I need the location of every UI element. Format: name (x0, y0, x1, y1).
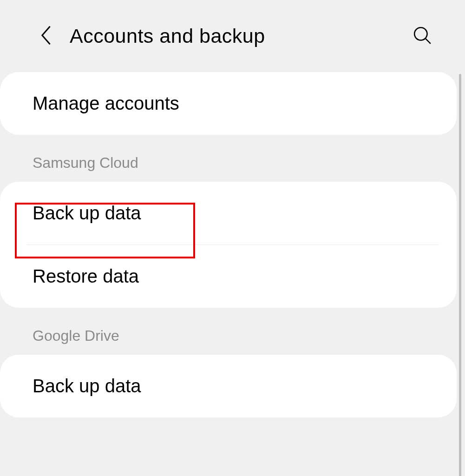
manage-accounts-item[interactable]: Manage accounts (0, 72, 457, 135)
samsung-cloud-restore-data-label: Restore data (33, 266, 139, 286)
samsung-cloud-back-up-data-item[interactable]: Back up data (0, 182, 457, 245)
svg-line-1 (426, 39, 431, 44)
manage-accounts-label: Manage accounts (33, 93, 179, 113)
svg-point-0 (414, 27, 427, 40)
back-chevron-icon (39, 24, 52, 48)
section-header-samsung-cloud: Samsung Cloud (0, 135, 457, 182)
samsung-cloud-restore-data-item[interactable]: Restore data (0, 245, 457, 308)
header: Accounts and backup (0, 0, 465, 72)
samsung-cloud-back-up-data-label: Back up data (33, 203, 141, 223)
google-drive-card: Back up data (0, 355, 457, 417)
google-drive-back-up-data-label: Back up data (33, 376, 141, 396)
page-title: Accounts and backup (70, 25, 409, 47)
scrollbar[interactable] (459, 74, 461, 476)
section-header-google-drive: Google Drive (0, 308, 457, 355)
google-drive-back-up-data-item[interactable]: Back up data (0, 355, 457, 417)
manage-accounts-card: Manage accounts (0, 72, 457, 135)
content: Manage accounts Samsung Cloud Back up da… (0, 72, 465, 417)
search-icon (413, 26, 432, 47)
samsung-cloud-card: Back up data Restore data (0, 182, 457, 308)
search-button[interactable] (409, 23, 435, 49)
back-button[interactable] (35, 26, 56, 46)
